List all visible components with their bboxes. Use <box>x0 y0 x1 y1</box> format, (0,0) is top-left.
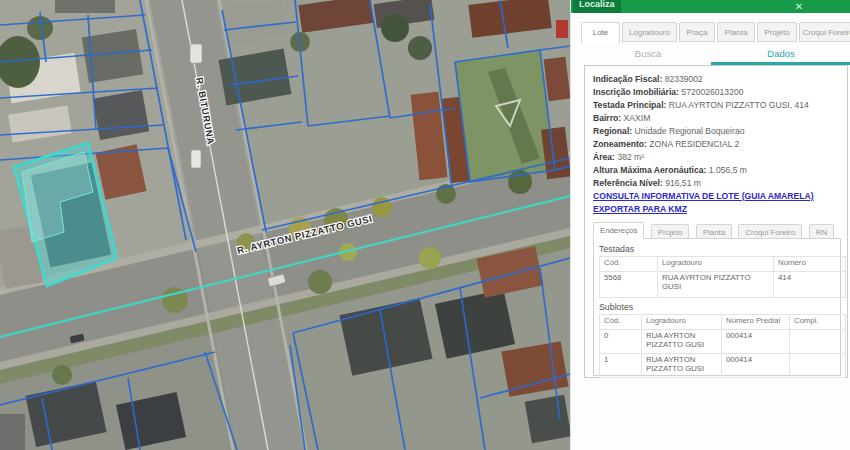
detail-indicacao-fiscal: Indicação Fiscal: 82339002 <box>593 73 841 86</box>
detail-value: 5720026013200 <box>681 87 743 97</box>
cell-logradouro: RUA AYRTON PIZZATTO GUSI <box>642 330 722 354</box>
panel-header: Localiza ✕ <box>571 0 850 13</box>
detail-zoneamento: Zoneamento: ZONA RESIDENCIAL 2 <box>593 138 841 151</box>
detail-bairro: Bairro: XAXIM <box>593 112 841 125</box>
col-logradouro: Logradouro <box>642 315 722 330</box>
cell-cod: 1 <box>600 354 642 378</box>
cell-compl <box>790 330 846 354</box>
cell-cod: 5568 <box>600 272 658 298</box>
cell-cod: 0 <box>600 330 642 354</box>
link-guia-amarela[interactable]: CONSULTA INFORMATIVA DE LOTE (GUIA AMARE… <box>593 190 841 203</box>
detail-label: Bairro: <box>593 113 621 123</box>
tab-croqui-foreiro[interactable]: Croqui Foreiro <box>799 22 850 42</box>
cell-logradouro: RUA AYRTON PIZZATTO GUSI <box>658 272 774 298</box>
detail-label: Altura Máxima Aeronáutica: <box>593 165 706 175</box>
cell-numero-predial: 000414 <box>722 330 790 354</box>
col-compl: Compl. <box>790 315 846 330</box>
cell-compl <box>790 354 846 378</box>
tab-croqui-foreiro-inner[interactable]: Croqui Foreiro <box>738 224 802 239</box>
layer-tabs: Lote Logradouro Praça Planta Projeto Cro… <box>571 22 850 44</box>
tab-enderecos[interactable]: Endereços <box>593 222 644 239</box>
cell-numero: 414 <box>774 272 846 298</box>
col-numero: Número <box>774 257 846 272</box>
tab-planta-inner[interactable]: Planta <box>696 224 732 239</box>
detail-value: XAXIM <box>624 113 651 123</box>
detail-testada-principal: Testada Principal: RUA AYRTON PIZZATTO G… <box>593 99 841 112</box>
lot-data-box: Indicação Fiscal: 82339002 Inscrição Imo… <box>584 65 848 378</box>
detail-inscricao: Inscrição Imobiliária: 5720026013200 <box>593 86 841 99</box>
detail-label: Inscrição Imobiliária: <box>593 87 679 97</box>
detail-value: ZONA RESIDENCIAL 2 <box>649 139 739 149</box>
detail-area: Área: 382 m² <box>593 151 841 164</box>
cell-logradouro: RUA AYRTON PIZZATTO GUSI <box>642 354 722 378</box>
detail-value: 82339002 <box>665 74 703 84</box>
tab-projeto[interactable]: Projeto <box>757 22 797 42</box>
table-header-row: Cód. Logradouro Número Predial Compl. <box>600 315 846 330</box>
localiza-panel: Localiza ✕ Lote Logradouro Praça Planta … <box>570 0 850 450</box>
detail-value: 916,51 m <box>665 178 701 188</box>
panel-title: Localiza <box>573 0 621 13</box>
view-tab-busca[interactable]: Busca <box>585 46 711 62</box>
detail-value: 1.056,5 m <box>709 165 747 175</box>
detail-value: Unidade Regional Boqueirao <box>635 126 745 136</box>
detail-label: Indicação Fiscal: <box>593 74 662 84</box>
col-cod: Cód. <box>600 315 642 330</box>
detail-altura-aeronautica: Altura Máxima Aeronáutica: 1.056,5 m <box>593 164 841 177</box>
close-icon[interactable]: ✕ <box>792 0 806 13</box>
detail-label: Zoneamento: <box>593 139 647 149</box>
sublotes-title: Sublotes <box>599 302 836 312</box>
enderecos-content: Testadas Cód. Logradouro Número 5568 RUA… <box>593 238 841 376</box>
tab-lote[interactable]: Lote <box>581 22 620 44</box>
tab-praca[interactable]: Praça <box>679 22 715 42</box>
table-row: 0 RUA AYRTON PIZZATTO GUSI 000414 <box>600 330 846 354</box>
tab-projeto-inner[interactable]: Projeto <box>651 224 690 239</box>
detail-referencia-nivel: Referência Nível: 916,51 m <box>593 177 841 190</box>
link-exportar-kmz[interactable]: EXPORTAR PARA KMZ <box>593 203 841 216</box>
col-numero-predial: Número Predial <box>722 315 790 330</box>
table-row: 1 RUA AYRTON PIZZATTO GUSI 000414 <box>600 354 846 378</box>
sublotes-table: Cód. Logradouro Número Predial Compl. 0 … <box>599 314 846 378</box>
testadas-table: Cód. Logradouro Número 5568 RUA AYRTON P… <box>599 256 846 298</box>
cell-numero-predial: 000414 <box>722 354 790 378</box>
detail-label: Referência Nível: <box>593 178 663 188</box>
col-logradouro: Logradouro <box>658 257 774 272</box>
tab-rn[interactable]: RN <box>809 224 834 239</box>
table-row: 5568 RUA AYRTON PIZZATTO GUSI 414 <box>600 272 846 298</box>
testadas-title: Testadas <box>599 244 836 254</box>
tab-planta[interactable]: Planta <box>717 22 755 42</box>
detail-value: 382 m² <box>617 152 644 162</box>
aerial-map[interactable]: R. BITURUNA R. AYRTON PIZZATTO GUSI <box>0 0 570 450</box>
detail-label: Regional: <box>593 126 632 136</box>
table-header-row: Cód. Logradouro Número <box>600 257 846 272</box>
detail-label: Área: <box>593 152 615 162</box>
detail-value: RUA AYRTON PIZZATTO GUSI, 414 <box>669 100 809 110</box>
tab-logradouro[interactable]: Logradouro <box>622 22 677 42</box>
address-tabs: Endereços Projeto Planta Croqui Foreiro … <box>593 221 841 238</box>
view-tab-dados[interactable]: Dados <box>711 46 850 62</box>
detail-regional: Regional: Unidade Regional Boqueirao <box>593 125 841 138</box>
col-cod: Cód. <box>600 257 658 272</box>
detail-label: Testada Principal: <box>593 100 666 110</box>
